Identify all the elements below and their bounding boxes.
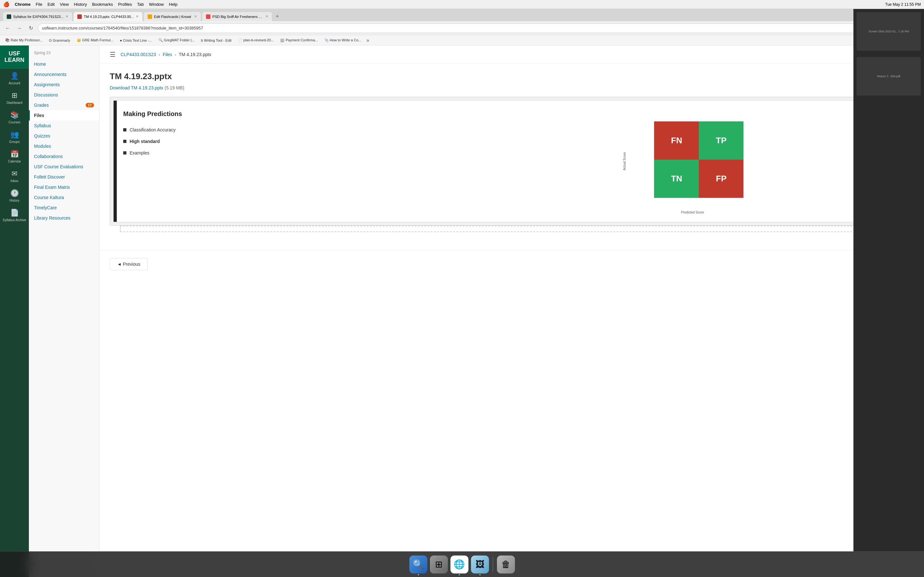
nav-account[interactable]: 👤 Account bbox=[0, 69, 29, 88]
menu-history[interactable]: History bbox=[74, 2, 87, 7]
menu-view[interactable]: View bbox=[60, 2, 69, 7]
sidebar-toggle[interactable]: ☰ bbox=[107, 49, 118, 60]
svg-point-164 bbox=[696, 189, 697, 191]
canvas-layout: USFLEARN 👤 Account ⊞ Dashboard 📚 Courses… bbox=[0, 45, 924, 577]
menu-tab[interactable]: Tab bbox=[137, 2, 144, 7]
nav-assignments[interactable]: Assignments bbox=[29, 79, 99, 90]
nav-dashboard[interactable]: ⊞ Dashboard bbox=[0, 88, 29, 108]
nav-kaltura[interactable]: Course Kaltura bbox=[29, 192, 99, 203]
bookmark-plan[interactable]: 📄 plan-b-revised-20... bbox=[236, 37, 276, 43]
nav-syllabus-archive[interactable]: 📄 Syllabus Archive bbox=[0, 205, 29, 225]
svg-point-73 bbox=[722, 124, 723, 126]
file-title: TM 4.19.23.pptx bbox=[110, 71, 914, 81]
new-tab-button[interactable]: + bbox=[273, 12, 282, 21]
tab-psd[interactable]: PSD Big Sniff Air Fresheners S... ✕ bbox=[202, 11, 272, 21]
bookmarks-more-icon[interactable]: » bbox=[365, 36, 371, 45]
dock-trash[interactable]: 🗑 bbox=[497, 556, 515, 574]
chrome-dot bbox=[459, 574, 460, 575]
svg-point-42 bbox=[709, 147, 711, 148]
svg-point-216 bbox=[735, 183, 737, 184]
screenshot-1: Screen Shot 2022-01...7.26 PM bbox=[857, 12, 921, 51]
menu-chrome[interactable]: Chrome bbox=[15, 2, 31, 7]
nav-collaborations[interactable]: Collaborations bbox=[29, 151, 99, 161]
nav-grades[interactable]: Grades 17 bbox=[29, 100, 99, 110]
forward-button[interactable]: → bbox=[15, 24, 24, 33]
tab-tm[interactable]: TM 4.19.23.pptx: CLP4433.00... ✕ bbox=[73, 11, 143, 21]
trash-icon: 🗑 bbox=[501, 559, 510, 570]
reload-button[interactable]: ↻ bbox=[26, 24, 35, 33]
bullet-sq-2 bbox=[123, 140, 126, 143]
screenshot-thumb-2[interactable]: Return T...309.pdf bbox=[856, 56, 921, 96]
menu-edit[interactable]: Edit bbox=[47, 2, 55, 7]
bookmark-writing[interactable]: b Writing Tool - Edit bbox=[199, 38, 234, 43]
nav-follett[interactable]: Follett Discover bbox=[29, 172, 99, 182]
tab-close-2[interactable]: ✕ bbox=[136, 15, 139, 19]
svg-point-198 bbox=[704, 161, 705, 163]
bookmark-gre[interactable]: 👑 GRE Math Formul... bbox=[74, 37, 116, 43]
dock-chrome[interactable]: 🌐 bbox=[451, 556, 468, 574]
menu-profiles[interactable]: Profiles bbox=[118, 2, 132, 7]
previous-button[interactable]: ◄ Previous bbox=[110, 258, 148, 270]
svg-point-113 bbox=[701, 129, 703, 131]
nav-timelycare[interactable]: TimelyCare bbox=[29, 203, 99, 213]
bookmark-grammarly[interactable]: G Grammarly bbox=[47, 38, 73, 43]
address-bar[interactable]: usflearn.instructure.com/courses/1764540… bbox=[38, 23, 863, 33]
nav-calendar[interactable]: 📅 Calendar bbox=[0, 147, 29, 166]
apple-menu[interactable]: 🍎 bbox=[3, 1, 10, 7]
nav-home[interactable]: Home bbox=[29, 59, 99, 69]
nav-files[interactable]: Files bbox=[29, 110, 99, 121]
menu-window[interactable]: Window bbox=[149, 2, 164, 7]
bullet-sq-1 bbox=[123, 128, 126, 131]
bookmark-how[interactable]: 📎 How to Write a Co... bbox=[322, 37, 364, 43]
tab-flashcards[interactable]: Edit Flashcards | Knowt ✕ bbox=[144, 11, 201, 21]
bookmark-ratemyprofessor[interactable]: 📚 Rate My Professor... bbox=[3, 37, 45, 43]
nav-announcements[interactable]: Announcements bbox=[29, 69, 99, 79]
nav-discussions[interactable]: Discussions bbox=[29, 90, 99, 100]
nav-library[interactable]: Library Resources bbox=[29, 213, 99, 223]
svg-point-176 bbox=[686, 184, 688, 185]
svg-point-72 bbox=[735, 155, 737, 157]
menu-help[interactable]: Help bbox=[169, 2, 178, 7]
svg-point-120 bbox=[656, 168, 657, 169]
svg-point-14 bbox=[662, 143, 664, 145]
svg-point-119 bbox=[723, 132, 724, 134]
nav-courses[interactable]: 📚 Courses bbox=[0, 108, 29, 127]
nav-history[interactable]: 🕐 History bbox=[0, 186, 29, 205]
menu-bookmarks[interactable]: Bookmarks bbox=[92, 2, 113, 7]
history-icon: 🕐 bbox=[10, 189, 19, 197]
usf-logo[interactable]: USFLEARN bbox=[0, 45, 29, 69]
tab-close-1[interactable]: ✕ bbox=[65, 15, 68, 19]
svg-point-26 bbox=[692, 153, 694, 155]
tab-close-3[interactable]: ✕ bbox=[194, 15, 197, 19]
grades-badge: 17 bbox=[86, 103, 94, 107]
slide-bullet-1: Classification Accuracy bbox=[123, 127, 465, 132]
bookmark-payment[interactable]: 🏢 Payment Confirma... bbox=[278, 37, 320, 43]
account-icon: 👤 bbox=[10, 72, 19, 80]
svg-point-208 bbox=[711, 187, 712, 189]
slide-resize-area[interactable]: ⤡ bbox=[120, 226, 903, 232]
breadcrumb-course[interactable]: CLP4433.001S23 bbox=[121, 52, 156, 57]
tab-close-4[interactable]: ✕ bbox=[265, 15, 268, 19]
back-button[interactable]: ← bbox=[3, 24, 12, 33]
dock-launchpad[interactable]: ⊞ bbox=[430, 556, 448, 574]
breadcrumb-files[interactable]: Files bbox=[163, 52, 172, 57]
bookmark-crisis[interactable]: ● Crisis Text Line -... bbox=[118, 38, 155, 43]
dock-preview[interactable]: 🖼 bbox=[471, 556, 489, 574]
nav-inbox[interactable]: ✉ Inbox bbox=[0, 166, 29, 186]
screenshot-thumb-1[interactable]: Screen Shot 2022-01...7.26 PM bbox=[856, 11, 921, 51]
bookmark-gregmat[interactable]: 🔍 GregMAT Folder |... bbox=[156, 37, 197, 43]
menu-file[interactable]: File bbox=[36, 2, 42, 7]
nav-final-exam[interactable]: Final Exam Matrix bbox=[29, 182, 99, 192]
svg-point-218 bbox=[702, 169, 704, 171]
svg-point-136 bbox=[682, 184, 684, 185]
nav-usf-evaluations[interactable]: USF Course Evaluations bbox=[29, 161, 99, 172]
nav-quizzes[interactable]: Quizzes bbox=[29, 131, 99, 141]
nav-syllabus[interactable]: Syllabus bbox=[29, 121, 99, 131]
pagination: ◄ Previous Next ► bbox=[99, 250, 924, 278]
svg-point-56 bbox=[740, 155, 741, 156]
download-link[interactable]: Download TM 4.19.23.pptx bbox=[110, 85, 163, 90]
nav-groups[interactable]: 👥 Groups bbox=[0, 127, 29, 147]
nav-modules[interactable]: Modules bbox=[29, 141, 99, 151]
dock-finder[interactable]: 🔍 bbox=[409, 556, 427, 574]
tab-syllabus[interactable]: Syllabus for EXP4304.791S23... ✕ bbox=[3, 11, 73, 21]
